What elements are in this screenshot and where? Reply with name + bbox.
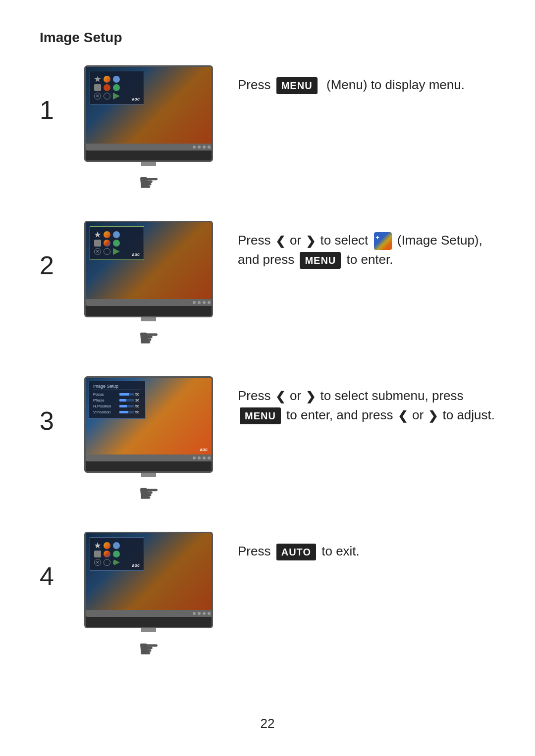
step-4-row: 4 (40, 532, 495, 662)
step-3-chevron-right-2: ❯ (428, 407, 438, 425)
step-2-desc: Press ❮ or ❯ to select (Image Setup), an… (238, 221, 495, 269)
step-3-bar-focus: 50 (119, 393, 141, 396)
step4-icon-o (104, 559, 110, 566)
step4-icon-arrow (94, 551, 101, 557)
menu-icon-green-1 (113, 84, 120, 91)
step-3-base-dots (193, 456, 211, 459)
step-4-number: 4 (40, 561, 79, 591)
page-number: 22 (261, 716, 275, 731)
base-dot-4b (198, 612, 201, 615)
step-3-row: 3 Image Setup Focus 50 (40, 376, 495, 507)
step-3-bar-vpos: 50 (119, 410, 141, 414)
step2-icon-arrow (94, 240, 101, 247)
step-3-bar-phase-bg (119, 399, 134, 402)
base-dot-4d (208, 612, 211, 615)
step-3-desc: Press ❮ or ❯ to select submenu, press ME… (238, 376, 495, 425)
page-title: Image Setup (40, 30, 495, 46)
menu-icon-play-1 (113, 93, 120, 100)
step2-icon-o (104, 248, 110, 255)
step-4-auto-badge: AUTO (276, 544, 316, 560)
step-1-desc: Press MENU (Menu) to display menu. (238, 65, 495, 95)
step-2-press-text: Press (238, 233, 274, 248)
step-4-stand (141, 628, 156, 632)
step-3-bar-hpos-bg (119, 405, 134, 407)
base-dot-4a (193, 612, 196, 615)
base-dot-4c (203, 612, 206, 615)
step-4-monitor: ✕ aoc (84, 532, 213, 628)
step2-menu-row-2 (94, 240, 140, 247)
step-4-menu-overlay: ✕ aoc (90, 537, 144, 571)
step-3-monitor-base (86, 454, 213, 461)
step-3-bar-phase: 36 (119, 399, 141, 402)
menu-icon-img-1 (104, 84, 110, 91)
menu-icon-x-1: ✕ (94, 93, 101, 100)
step-3-press-text: Press (238, 388, 274, 403)
step-1-image-col: ✕ aoc ☛ (79, 65, 218, 196)
step2-icon-face (113, 231, 120, 238)
step-1-monitor: ✕ aoc (84, 65, 213, 162)
menu-icon-face-1 (113, 76, 120, 83)
step-2-chevron-right: ❯ (306, 232, 316, 250)
step-3-number: 3 (40, 406, 79, 436)
aoc-logo-1: aoc (132, 97, 140, 101)
step-3-enter-text: to enter, and press (283, 407, 397, 422)
base-dot-3b (198, 456, 201, 459)
step4-icon-color (104, 542, 110, 549)
step4-icon-x: ✕ (94, 559, 101, 566)
step-3-menu-badge: MENU (240, 407, 281, 424)
step-3-label-focus: Focus (93, 392, 119, 397)
step-3-bar-hpos-fill (119, 405, 127, 407)
step-3-val-focus: 50 (135, 393, 141, 396)
step-3-label-phase: Phase (93, 398, 119, 403)
step-3-val-phase: 36 (135, 399, 141, 402)
step-4-image-col: ✕ aoc ☛ (79, 532, 218, 662)
step-3-or-2: or (409, 407, 428, 422)
base-dot-2d (208, 301, 211, 304)
step-3-screen: Image Setup Focus 50 Phase (86, 378, 212, 454)
step-3-adjust-text: to adjust. (439, 407, 495, 422)
step-3-submenu-row-2: Phase 36 (93, 398, 141, 403)
step-2-image-col: ✕ aoc ☛ (79, 221, 218, 352)
step4-icon-star (94, 542, 101, 549)
step4-menu-row-1 (94, 542, 140, 549)
step-4-screen: ✕ aoc (86, 533, 212, 610)
step-2-menu-overlay: ✕ aoc (90, 226, 144, 260)
step-2-to-enter-text: to enter. (343, 252, 393, 267)
step-3-monitor: Image Setup Focus 50 Phase (84, 376, 213, 473)
base-dot-3a (193, 456, 196, 459)
step-2-screen: ✕ aoc (86, 222, 212, 299)
step-2-number: 2 (40, 251, 79, 280)
step-1-number: 1 (40, 95, 79, 125)
step-3-submenu-row-1: Focus 50 (93, 392, 141, 397)
step-4-base-dots (193, 612, 211, 615)
menu-icon-color-1 (104, 76, 110, 83)
step-3-label-vpos: V.Position (93, 410, 119, 414)
step-1-stand (141, 162, 156, 166)
step-3-chevron-right-1: ❯ (306, 388, 316, 405)
step-3-bar-vpos-bg (119, 411, 134, 413)
step-2-image-icon (374, 232, 392, 250)
step-2-stand (141, 317, 156, 321)
step-2-monitor: ✕ aoc (84, 221, 213, 317)
menu-icon-o-1 (104, 93, 110, 100)
step2-icon-star (94, 231, 101, 238)
base-dot-3d (208, 456, 211, 459)
step-3-submenu-row-4: V.Position 50 (93, 410, 141, 414)
step-3-stand (141, 473, 156, 477)
step-3-bar-phase-fill (119, 399, 126, 402)
menu-row-1 (94, 76, 140, 83)
aoc-logo-2: aoc (132, 252, 140, 257)
step-3-submenu-text: to select submenu, press (317, 388, 467, 403)
base-dot-2a (193, 301, 196, 304)
step-3-or-1: or (286, 388, 305, 403)
menu-icon-star-1 (94, 76, 101, 83)
step-4-hand-icon: ☛ (138, 635, 160, 662)
step-4-press-text: Press (238, 544, 274, 558)
step-4-monitor-base (86, 610, 213, 617)
base-dot-1a (193, 146, 196, 149)
aoc-logo-3: aoc (200, 447, 208, 452)
step-2-hand-icon: ☛ (138, 324, 160, 352)
step-3-submenu-title: Image Setup (93, 384, 141, 390)
base-dot-2c (203, 301, 206, 304)
step-4-exit-text: to exit. (318, 544, 360, 558)
